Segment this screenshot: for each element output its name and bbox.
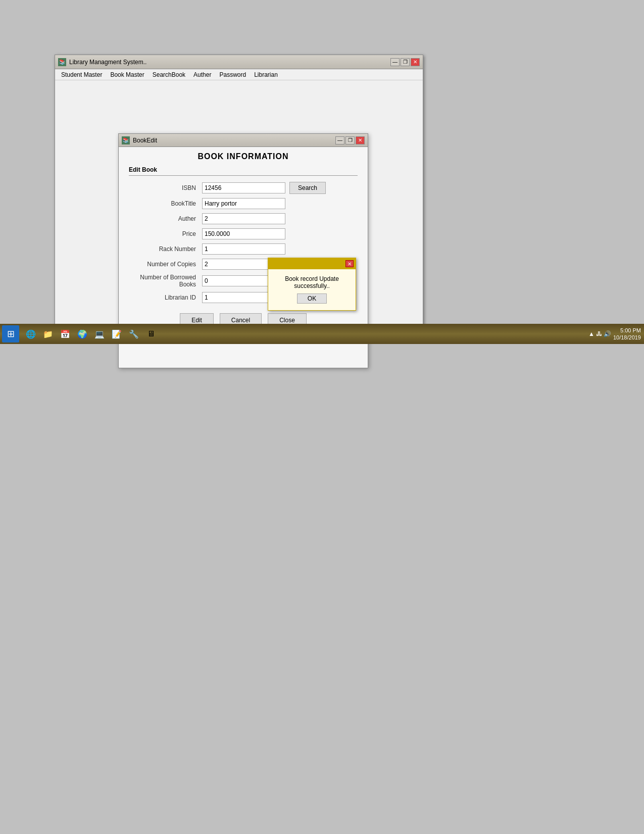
booktitle-label: BookTitle: [129, 200, 202, 207]
edit-book-section: Edit Book: [129, 166, 358, 176]
book-edit-minimize-btn[interactable]: —: [335, 136, 344, 144]
menu-book-master[interactable]: Book Master: [106, 70, 148, 79]
network-icon: 🖧: [596, 330, 602, 337]
taskbar-right: ▲ 🖧 🔊 5:00 PM 10/18/2019: [585, 327, 644, 341]
isbn-input[interactable]: [202, 182, 285, 193]
author-row: Auther: [129, 213, 358, 224]
booktitle-row: BookTitle: [129, 198, 358, 209]
main-close-button[interactable]: ✕: [411, 58, 420, 66]
author-input[interactable]: [202, 213, 285, 224]
titlebar-left: 📚 Library Managment System..: [58, 58, 146, 66]
tray-arrow-icon: ▲: [588, 330, 595, 337]
menu-searchbook[interactable]: SearchBook: [148, 70, 189, 79]
book-edit-restore-btn[interactable]: ❐: [345, 136, 355, 144]
dialog-close-button[interactable]: ✕: [345, 260, 354, 267]
taskbar-time-display: 5:00 PM: [613, 327, 641, 334]
dialog-message: Book record Update successfully..: [285, 275, 339, 289]
book-edit-title: BookEdit: [133, 137, 157, 144]
isbn-label: ISBN: [129, 184, 202, 191]
isbn-row: ISBN Search: [129, 182, 358, 194]
book-info-heading: BOOK INFORMATION: [129, 152, 358, 161]
main-window: 📚 Library Managment System.. — ❐ ✕ Stude…: [55, 55, 423, 337]
taskbar-clock: 5:00 PM 10/18/2019: [613, 327, 641, 341]
titlebar-controls: — ❐ ✕: [390, 58, 420, 66]
price-input[interactable]: [202, 228, 285, 239]
librarian-id-label: Librarian ID: [129, 294, 202, 301]
rack-number-input[interactable]: [202, 243, 285, 255]
monitor-icon[interactable]: 🖥: [143, 326, 159, 341]
book-edit-titlebar-left: 📚 BookEdit: [122, 136, 157, 144]
book-edit-icon: 📚: [122, 136, 130, 144]
search-button[interactable]: Search: [289, 182, 326, 194]
taskbar-left: ⊞ 🌐 📁 📅 🌍 💻 📝 🔧 🖥: [0, 325, 161, 342]
dialog-titlebar: ✕: [268, 258, 356, 269]
calendar-icon[interactable]: 📅: [58, 326, 73, 341]
word-icon[interactable]: 📝: [109, 326, 124, 341]
taskbar: ⊞ 🌐 📁 📅 🌍 💻 📝 🔧 🖥 ▲ 🖧 🔊 5:00 PM 10/18/20…: [0, 324, 644, 344]
book-edit-controls: — ❐ ✕: [335, 136, 365, 144]
booktitle-input[interactable]: [202, 198, 285, 209]
chrome-icon[interactable]: 🌍: [75, 326, 90, 341]
ie-icon[interactable]: 🌐: [23, 326, 38, 341]
tools-icon[interactable]: 🔧: [126, 326, 141, 341]
success-dialog: ✕ Book record Update successfully.. OK: [268, 258, 356, 311]
start-button[interactable]: ⊞: [2, 325, 19, 342]
book-edit-close-btn[interactable]: ✕: [356, 136, 365, 144]
borrowed-books-label: Number of Borrowed Books: [129, 274, 202, 288]
dialog-ok-button[interactable]: OK: [297, 293, 327, 304]
menubar: Student Master Book Master SearchBook Au…: [55, 69, 423, 80]
volume-icon: 🔊: [604, 330, 611, 337]
dialog-content: Book record Update successfully.. OK: [268, 269, 356, 308]
visual-studio-icon[interactable]: 💻: [92, 326, 107, 341]
restore-button[interactable]: ❐: [401, 58, 410, 66]
windows-icon: ⊞: [7, 328, 15, 339]
file-explorer-icon[interactable]: 📁: [40, 326, 56, 341]
main-titlebar: 📚 Library Managment System.. — ❐ ✕: [55, 55, 423, 69]
system-tray-icons: ▲ 🖧 🔊: [588, 330, 611, 337]
minimize-button[interactable]: —: [390, 58, 400, 66]
num-copies-label: Number of Copies: [129, 261, 202, 268]
menu-librarian[interactable]: Librarian: [250, 70, 282, 79]
taskbar-date-display: 10/18/2019: [613, 334, 641, 341]
price-row: Price: [129, 228, 358, 239]
menu-student-master[interactable]: Student Master: [57, 70, 106, 79]
menu-auther[interactable]: Auther: [189, 70, 215, 79]
rack-number-label: Rack Number: [129, 246, 202, 253]
rack-number-row: Rack Number: [129, 243, 358, 255]
price-label: Price: [129, 230, 202, 237]
app-icon: 📚: [58, 58, 66, 66]
app-title: Library Managment System..: [69, 59, 146, 66]
author-label: Auther: [129, 215, 202, 222]
book-edit-titlebar: 📚 BookEdit — ❐ ✕: [119, 134, 368, 147]
menu-password[interactable]: Password: [215, 70, 250, 79]
